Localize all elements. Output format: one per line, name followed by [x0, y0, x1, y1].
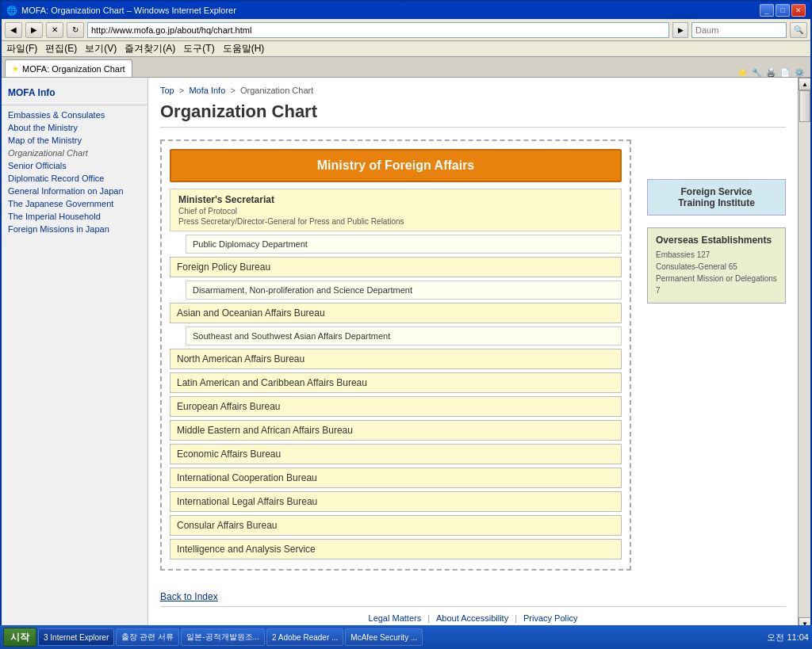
- taskbar-item-japan[interactable]: 일본-공적개발원조...: [181, 628, 265, 646]
- sidebar-item-imperial[interactable]: The Imperial Household: [2, 210, 147, 223]
- back-button[interactable]: ◀: [5, 22, 22, 38]
- accessibility-link[interactable]: About Accessibility: [436, 613, 508, 623]
- search-button[interactable]: 🔍: [790, 22, 807, 38]
- sidebar-item-diplomatic[interactable]: Diplomatic Record Office: [2, 172, 147, 185]
- north-american-label: North American Affairs Bureau: [177, 353, 304, 365]
- southeast-dept-box: Southeast and Southwest Asian Affairs De…: [186, 326, 622, 345]
- menu-help[interactable]: 도움말(H): [223, 42, 265, 55]
- scrollbar-track[interactable]: [799, 90, 810, 617]
- sidebar-item-embassies[interactable]: Embassies & Consulates: [2, 109, 147, 121]
- menu-bar: 파일(F) 편집(E) 보기(V) 즐겨찾기(A) 도구(T) 도움말(H): [2, 41, 810, 57]
- active-tab[interactable]: ★ MOFA: Organization Chart: [5, 59, 132, 77]
- european-bureau-box: European Affairs Bureau: [170, 396, 622, 417]
- legal-matters-link[interactable]: Legal Matters: [369, 613, 422, 623]
- overseas-box: Overseas Establishments Embassies 127 Co…: [647, 227, 786, 304]
- north-american-box: North American Affairs Bureau: [170, 349, 622, 369]
- sidebar-item-about[interactable]: About the Ministry: [2, 121, 147, 134]
- sidebar-item-map[interactable]: Map of the Ministry: [2, 134, 147, 147]
- sidebar: MOFA Info Embassies & Consulates About t…: [2, 78, 148, 630]
- intl-cooperation-box: International Cooperation Bureau: [170, 468, 622, 488]
- time-display: 오전 11:04: [767, 632, 809, 643]
- toolbar-icon-page[interactable]: 📄: [780, 68, 790, 77]
- search-input[interactable]: [691, 22, 787, 38]
- stop-button[interactable]: ✕: [46, 22, 63, 38]
- taskbar-item-ie[interactable]: 3 Internet Explorer: [38, 628, 114, 646]
- overseas-title: Overseas Establishments: [656, 235, 777, 246]
- tab-bar: ★ MOFA: Organization Chart ⭐ 🔧 🖨️ 📄 ⚙️: [2, 57, 810, 78]
- go-button[interactable]: ▶: [672, 22, 688, 38]
- footer-links: Legal Matters | About Accessibility | Pr…: [172, 613, 774, 623]
- overseas-missions: Permanent Mission or Delegations 7: [656, 273, 777, 296]
- back-link-container: Back to Index: [160, 587, 786, 606]
- minimize-button[interactable]: _: [760, 4, 774, 17]
- footer-divider-2: |: [515, 613, 517, 623]
- ministers-secretariat-title: Minister's Secretariat: [178, 194, 613, 205]
- back-to-index-link[interactable]: Back to Index: [160, 591, 218, 602]
- taskbar-right: 오전 11:04: [767, 632, 809, 643]
- asian-bureau-box: Asian and Oceanian Affairs Bureau: [170, 303, 622, 323]
- foreign-policy-label: Foreign Policy Bureau: [177, 262, 270, 273]
- footer-divider-1: |: [427, 613, 430, 623]
- close-button[interactable]: ✕: [791, 4, 806, 17]
- window-controls: _ □ ✕: [760, 4, 806, 17]
- menu-favorites[interactable]: 즐겨찾기(A): [124, 42, 175, 55]
- title-bar: 🌐 MOFA: Organization Chart – Windows Int…: [2, 2, 810, 19]
- taskbar-item-docs[interactable]: 출장 관련 서류: [116, 628, 179, 646]
- menu-view[interactable]: 보기(V): [85, 42, 117, 55]
- browser-icon: 🌐: [6, 6, 17, 16]
- sidebar-item-org-chart: Organizational Chart: [2, 147, 147, 159]
- main-content: Top > Mofa Info > Organization Chart Org…: [148, 78, 798, 630]
- content-area: MOFA Info Embassies & Consulates About t…: [2, 78, 810, 630]
- toolbar-icon-tools[interactable]: 🔧: [752, 68, 761, 77]
- taskbar-item-mcafee[interactable]: McAfee Security ...: [345, 628, 423, 646]
- tab-favorite-icon: ★: [12, 64, 19, 73]
- sidebar-item-general-info[interactable]: General Information on Japan: [2, 185, 147, 197]
- intelligence-label: Intelligence and Analysis Service: [177, 544, 316, 555]
- org-chart: Ministry of Foreign Affairs Minister's S…: [160, 139, 786, 575]
- sidebar-item-japanese-gov[interactable]: The Japanese Government: [2, 197, 147, 210]
- breadcrumb-top[interactable]: Top: [160, 86, 174, 95]
- menu-tools[interactable]: 도구(T): [183, 42, 214, 55]
- menu-edit[interactable]: 편집(E): [45, 42, 77, 55]
- nav-bar: ◀ ▶ ✕ ↻ ▶ 🔍: [2, 19, 810, 41]
- toolbar-icon-favorites[interactable]: ⭐: [737, 68, 747, 77]
- taskbar-item-reader[interactable]: 2 Adobe Reader ...: [266, 628, 343, 646]
- org-chart-sidebar: Foreign ServiceTraining Institute Overse…: [647, 179, 786, 304]
- latin-bureau-label: Latin American and Caribbean Affairs Bur…: [177, 377, 367, 388]
- asian-bureau-label: Asian and Oceanian Affairs Bureau: [177, 307, 325, 319]
- maximize-button[interactable]: □: [776, 4, 790, 17]
- overseas-consulates: Consulates-General 65: [656, 261, 777, 273]
- scrollbar[interactable]: ▲ ▼: [798, 78, 810, 630]
- sidebar-section-title: MOFA Info: [2, 84, 147, 101]
- ministry-box: Ministry of Foreign Affairs: [170, 149, 622, 182]
- disarmament-box: Disarmament, Non-proliferation and Scien…: [186, 281, 622, 300]
- breadcrumb-mofa-info[interactable]: Mofa Info: [189, 86, 225, 95]
- ministry-group: Ministry of Foreign Affairs Minister's S…: [160, 139, 631, 571]
- ministers-secretariat-sub1: Chief of Protocol: [178, 207, 613, 216]
- privacy-policy-link[interactable]: Privacy Policy: [523, 613, 577, 623]
- intelligence-box: Intelligence and Analysis Service: [170, 539, 622, 559]
- sidebar-item-foreign-missions[interactable]: Foreign Missions in Japan: [2, 223, 147, 235]
- start-button[interactable]: 시작: [3, 628, 36, 647]
- latin-bureau-box: Latin American and Caribbean Affairs Bur…: [170, 372, 622, 393]
- intl-legal-box: International Legal Affairs Bureau: [170, 491, 622, 512]
- ministers-secretariat-box: Minister's Secretariat Chief of Protocol…: [170, 189, 622, 231]
- scrollbar-up[interactable]: ▲: [799, 78, 810, 90]
- economic-bureau-box: Economic Affairs Bureau: [170, 444, 622, 464]
- taskbar: 시작 3 Internet Explorer 출장 관련 서류 일본-공적개발원…: [0, 625, 812, 649]
- public-diplomacy-label: Public Diplomacy Department: [193, 239, 308, 249]
- address-bar: [87, 22, 669, 38]
- scrollbar-thumb[interactable]: [799, 90, 810, 122]
- menu-file[interactable]: 파일(F): [6, 42, 37, 55]
- sidebar-item-senior[interactable]: Senior Officials: [2, 159, 147, 172]
- forward-button[interactable]: ▶: [25, 22, 43, 38]
- foreign-policy-box: Foreign Policy Bureau: [170, 257, 622, 277]
- url-input[interactable]: [87, 22, 669, 38]
- refresh-button[interactable]: ↻: [67, 22, 84, 38]
- toolbar-icon-print[interactable]: 🖨️: [766, 68, 776, 77]
- browser-window: 🌐 MOFA: Organization Chart – Windows Int…: [0, 0, 812, 649]
- public-diplomacy-box: Public Diplomacy Department: [186, 235, 622, 254]
- toolbar-icon-settings[interactable]: ⚙️: [795, 68, 804, 77]
- breadcrumb-current: Organization Chart: [240, 86, 313, 95]
- intl-legal-label: International Legal Affairs Bureau: [177, 496, 317, 507]
